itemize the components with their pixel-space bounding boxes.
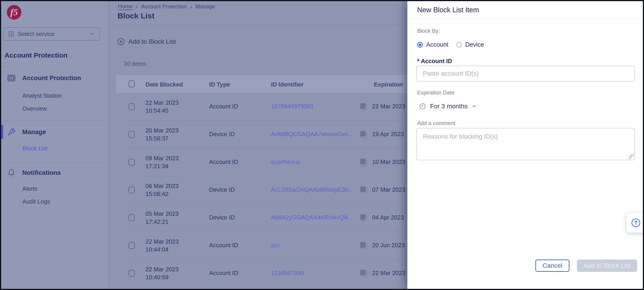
sidebar-item-manage[interactable]: Manage [1, 127, 108, 137]
sidebar-item-account-protection[interactable]: Account Protection [1, 73, 108, 83]
sidebar-item-audit-logs[interactable]: Audit Logs [1, 197, 108, 206]
items-count: 30 items [124, 60, 146, 67]
row-checkbox[interactable] [128, 159, 135, 166]
bell-icon [7, 168, 16, 177]
id-type-cell: Device ID [209, 131, 235, 138]
add-to-block-list-submit-button[interactable]: Add to Block List [577, 259, 637, 272]
question-mark-icon: ? [632, 219, 640, 227]
block-by-radio-group: Account Device [417, 41, 484, 48]
date-blocked-cell: 05 Mar 2023 17:42:21 [146, 210, 179, 226]
date-blocked-cell: 22 Mar 2023 10:40:59 [146, 265, 179, 281]
expiration-cell: 04 Apr 2023 [372, 214, 404, 221]
copy-icon[interactable] [360, 214, 368, 222]
expiration-cell: 07 Mar 2023 [372, 186, 405, 193]
panel-title: New Block List Item [417, 6, 479, 14]
radio-button-icon [456, 42, 462, 48]
identifier-link[interactable]: 1234567890 [271, 269, 304, 276]
sidebar-item-analyst-station[interactable]: Analyst Station [1, 91, 108, 100]
block-by-label: Block By: [417, 28, 440, 34]
new-block-list-item-panel: New Block List Item Block By: Account De… [407, 1, 643, 289]
row-checkbox[interactable] [128, 214, 135, 221]
column-header-id-type[interactable]: ID Type [209, 81, 230, 88]
table-row: 22 Mar 2023 10:40:59 Account ID 12345678… [116, 259, 416, 287]
chevron-down-icon [472, 104, 477, 109]
sidebar-item-alerts[interactable]: Alerts [1, 184, 108, 194]
service-selector-label: Select service [18, 31, 86, 38]
identifier-link[interactable]: 1676944879301 [271, 103, 314, 110]
vault-icon [7, 74, 16, 83]
breadcrumb: Home › Account Protection › Manage [118, 3, 215, 10]
sidebar-item-block-list[interactable]: Block List [1, 144, 108, 153]
grid-icon [8, 31, 14, 37]
sidebar-divider [3, 66, 106, 67]
expiration-cell: 22 Mar 2023 [372, 103, 405, 110]
sidebar-item-notifications[interactable]: Notifications [1, 168, 108, 178]
add-to-block-list-button[interactable]: Add to Block List [117, 37, 176, 46]
copy-icon[interactable] [360, 130, 368, 139]
select-all-checkbox[interactable] [128, 80, 135, 87]
expiration-select[interactable]: For 3 months [419, 102, 477, 111]
copy-icon[interactable] [360, 158, 368, 167]
chevron-down-icon [90, 31, 95, 37]
column-header-date-blocked[interactable]: Date Blocked [146, 81, 183, 88]
identifier-link[interactable]: azc [271, 242, 280, 249]
breadcrumb-manage[interactable]: Manage [195, 4, 215, 10]
sidebar-divider [3, 120, 106, 121]
breadcrumb-home[interactable]: Home [118, 3, 132, 10]
page-title: Block List [118, 11, 154, 20]
table-row: 22 Mar 2023 10:54:45 Account ID 16769448… [116, 93, 416, 121]
date-blocked-cell: 22 Mar 2023 10:54:45 [146, 99, 179, 115]
copy-icon[interactable] [360, 102, 368, 111]
date-blocked-cell: 06 Mar 2023 15:06:42 [146, 182, 179, 198]
app-window: f5 Select service Account Protection [0, 0, 644, 290]
expiration-date-label: Expiration Date [417, 89, 454, 96]
radio-device[interactable]: Device [456, 41, 484, 48]
service-selector[interactable]: Select service [3, 27, 100, 41]
comment-textarea[interactable] [416, 128, 635, 160]
expiration-cell: 19 Apr 2023 [372, 131, 404, 138]
table-header: Date Blocked ID Type ID Identifier Expir… [116, 75, 416, 93]
cancel-button[interactable]: Cancel [535, 259, 570, 272]
breadcrumb-separator: › [190, 4, 192, 10]
table-row: 20 Mar 2023 15:56:37 Device ID AcMtBQCGA… [116, 121, 416, 149]
comment-label: Add a comment [417, 120, 455, 126]
expiration-cell: 22 Mar 2023 [372, 269, 405, 276]
radio-account[interactable]: Account [417, 41, 448, 48]
panel-actions: Cancel Add to Block List [407, 259, 643, 272]
expiration-cell: 20 Jun 2023 [372, 242, 405, 249]
row-checkbox[interactable] [128, 131, 135, 138]
sidebar-divider [3, 162, 106, 162]
row-checkbox[interactable] [128, 242, 135, 249]
table-row: 09 Mar 2023 17:21:34 Account ID quanheou… [116, 149, 416, 176]
f5-logo-text: f5 [10, 8, 18, 17]
copy-icon[interactable] [360, 186, 368, 194]
f5-logo-icon: f5 [7, 5, 21, 20]
row-checkbox[interactable] [128, 270, 135, 277]
account-id-input[interactable] [416, 66, 635, 81]
row-checkbox[interactable] [128, 186, 135, 194]
copy-icon[interactable] [360, 241, 368, 250]
copy-icon[interactable] [360, 269, 368, 278]
sidebar: f5 Select service Account Protection [1, 1, 108, 289]
main-content: Home › Account Protection › Manage Block… [109, 1, 416, 289]
id-type-cell: Account ID [209, 242, 238, 249]
identifier-link[interactable]: AcMtBQCGAQAA7ahucvDxn... [271, 131, 353, 138]
table-row: 06 Mar 2023 15:06:42 Device ID AcLS9SaGA… [116, 176, 416, 204]
table-body: 22 Mar 2023 10:54:45 Account ID 16769448… [116, 93, 416, 287]
column-header-id-identifier[interactable]: ID Identifier [271, 81, 304, 88]
header-divider [109, 25, 416, 25]
identifier-link[interactable]: quanheous [271, 159, 300, 166]
sidebar-item-overview[interactable]: Overview [1, 104, 108, 113]
column-header-expiration[interactable]: Expiration [374, 81, 403, 88]
expiration-cell: 10 Mar 2023 [372, 159, 405, 166]
breadcrumb-account-protection[interactable]: Account Protection [141, 4, 187, 10]
help-button[interactable]: ? [626, 213, 644, 233]
identifier-link[interactable]: AcLS9SaGAQAAb8fWziyE3b... [271, 186, 353, 193]
clock-icon [419, 103, 426, 110]
id-type-cell: Device ID [209, 214, 235, 221]
identifier-link[interactable]: Ab8A2yGGAQAA4KR/xkvQik... [271, 214, 353, 221]
id-type-cell: Account ID [209, 269, 238, 276]
row-checkbox[interactable] [128, 103, 135, 110]
table-row: 05 Mar 2023 17:42:21 Device ID Ab8A2yGGA… [116, 204, 416, 232]
plus-circle-icon [117, 38, 125, 46]
